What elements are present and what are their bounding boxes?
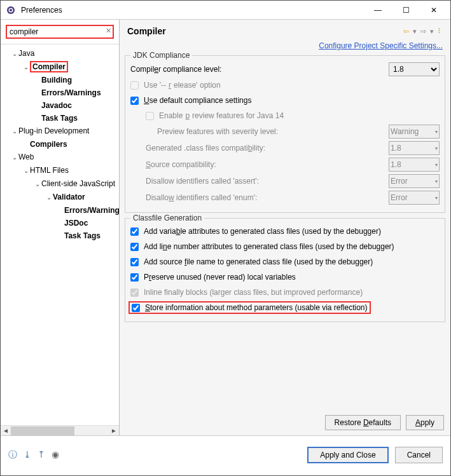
inline-finally-label: Inline finally blocks (larger class file… (144, 288, 363, 297)
source-file-label: Add source file name to generated class … (144, 257, 373, 266)
filter-input[interactable] (6, 25, 114, 39)
tree-building[interactable]: Building (6, 74, 119, 86)
tree-client-js[interactable]: ⌄Client-side JavaScript (6, 177, 119, 191)
preview-severity-label: Preview features with severity level: (146, 127, 389, 136)
source-file-checkbox[interactable] (130, 258, 139, 266)
jdk-compliance-group: JDK Compliance Compiler compliance level… (125, 55, 445, 213)
store-method-label: Store information about method parameter… (145, 303, 368, 312)
tree-validator[interactable]: ⌄Validator (6, 191, 119, 204)
sidebar-scrollbar[interactable]: ◄ ► (1, 425, 119, 435)
line-numbers-label: Add line number attributes to generated … (144, 242, 394, 251)
window-title: Preferences (21, 6, 364, 15)
tree-jsdoc[interactable]: JSDoc (6, 217, 119, 229)
configure-project-link[interactable]: Configure Project Specific Settings... (319, 41, 443, 50)
disallow-enum-select: Error▾ (389, 191, 440, 205)
sidebar: ✕ ⌄Java ⌄Compiler Building Errors/Warnin… (1, 20, 120, 435)
minimize-button[interactable]: — (364, 1, 392, 19)
back-menu-icon[interactable]: ▾ (413, 27, 417, 36)
var-attrs-label: Add variable attributes to generated cla… (144, 227, 381, 236)
source-compat-label: Source compatibility: (146, 160, 389, 169)
tree-compilers[interactable]: Compilers (6, 138, 119, 151)
generated-class-select: 1.8▾ (389, 141, 440, 155)
close-button[interactable]: ✕ (420, 1, 448, 19)
preference-tree: ⌄Java ⌄Compiler Building Errors/Warnings… (1, 44, 119, 425)
source-compat-select: 1.8▾ (389, 158, 440, 172)
compliance-level-select[interactable]: 1.8 (389, 62, 440, 76)
store-method-checkbox[interactable] (132, 304, 140, 312)
hdr-icons: ⇦ ▾ ⇨ ▾ ⠇ (403, 27, 443, 36)
use-default-label: Use default compliance settings (144, 96, 251, 105)
tree-java-compiler[interactable]: ⌄Compiler (6, 60, 119, 74)
line-numbers-checkbox[interactable] (130, 243, 139, 251)
cancel-button[interactable]: Cancel (395, 447, 443, 463)
jdk-group-title: JDK Compliance (130, 51, 192, 60)
tree-errors-warnings[interactable]: Errors/Warnings (6, 86, 119, 99)
maximize-button[interactable]: ☐ (392, 1, 420, 19)
use-release-checkbox (130, 81, 139, 90)
disallow-enum-label: Disallow identifiers called 'enum': (146, 193, 389, 202)
apply-button[interactable]: Apply (406, 415, 444, 430)
record-icon[interactable]: ◉ (52, 449, 59, 461)
help-icon[interactable]: ⓘ (8, 449, 17, 461)
forward-menu-icon[interactable]: ▾ (430, 27, 434, 36)
restore-defaults-button[interactable]: Restore Defaults (325, 415, 401, 430)
enable-preview-checkbox (146, 112, 154, 120)
preview-severity-select: Warning▾ (389, 125, 440, 139)
tree-javadoc[interactable]: Javadoc (6, 99, 119, 112)
import-icon[interactable]: ⤓ (24, 449, 31, 461)
main-panel: Compiler ⇦ ▾ ⇨ ▾ ⠇ Configure Project Spe… (120, 20, 450, 435)
page-title: Compiler (127, 26, 403, 36)
tree-java[interactable]: ⌄Java (6, 47, 119, 60)
disallow-assert-select: Error▾ (389, 174, 440, 188)
titlebar: Preferences — ☐ ✕ (1, 1, 450, 20)
tree-web[interactable]: ⌄Web (6, 151, 119, 164)
inline-finally-checkbox (130, 289, 139, 297)
search-wrap: ✕ (1, 20, 119, 44)
var-attrs-checkbox[interactable] (130, 228, 139, 236)
svg-point-2 (10, 9, 12, 11)
apply-and-close-button[interactable]: Apply and Close (307, 447, 388, 463)
preserve-unused-checkbox[interactable] (130, 273, 139, 282)
tree-html-files[interactable]: ⌄HTML Files (6, 164, 119, 177)
classfile-group-title: Classfile Generation (130, 214, 204, 222)
back-icon[interactable]: ⇦ (403, 27, 409, 36)
clear-filter-icon[interactable]: ✕ (106, 27, 111, 35)
tree-errors-warnings2[interactable]: Errors/Warnings (6, 204, 119, 217)
compliance-level-label: Compiler compliance level: (130, 65, 389, 74)
classfile-group: Classfile Generation Add variable attrib… (125, 218, 445, 322)
disallow-assert-label: Disallow identifiers called 'assert': (146, 177, 389, 186)
generated-class-label: Generated .class files compatibility: (146, 144, 389, 153)
forward-icon[interactable]: ⇨ (420, 27, 426, 36)
export-icon[interactable]: ⤒ (38, 449, 45, 461)
tree-plugin-dev[interactable]: ⌄Plug-in Development (6, 125, 119, 138)
tree-task-tags2[interactable]: Task Tags (6, 229, 119, 242)
preserve-unused-label: Preserve unused (never read) local varia… (144, 273, 296, 282)
dialog-footer: ⓘ ⤓ ⤒ ◉ Apply and Close Cancel (1, 436, 450, 474)
use-default-checkbox[interactable] (130, 97, 139, 105)
tree-task-tags[interactable]: Task Tags (6, 112, 119, 125)
menu-icon[interactable]: ⠇ (438, 27, 443, 36)
app-icon (6, 5, 16, 15)
